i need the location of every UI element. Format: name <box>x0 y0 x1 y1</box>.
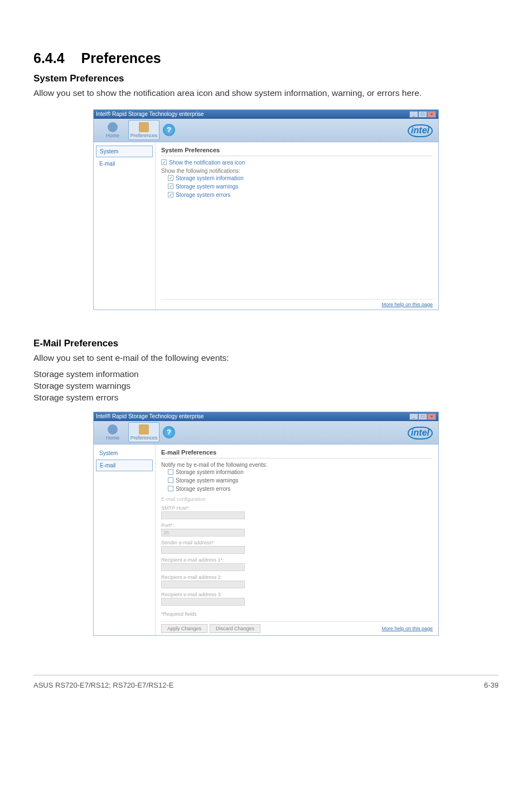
recipient3-input[interactable] <box>161 598 245 606</box>
toolbar: Home Preferences ? intel <box>94 119 438 142</box>
panel-title: System Preferences <box>161 147 433 156</box>
toolbar-preferences-button[interactable]: Preferences <box>128 422 159 442</box>
toolbar-home-button[interactable]: Home <box>97 422 128 442</box>
intel-logo: intel <box>408 124 433 137</box>
footer-buttons: Apply Changes Discard Changes <box>161 624 260 633</box>
email-event-err: Storage system errors <box>33 392 499 404</box>
recipient2-label: Recipient e-mail address 2: <box>161 574 433 580</box>
toolbar-help-button[interactable]: ? <box>159 422 178 442</box>
window-buttons: _ □ × <box>409 111 436 118</box>
screenshot-email-prefs: Intel® Rapid Storage Technology enterpri… <box>93 412 439 636</box>
window-title: Intel® Rapid Storage Technology enterpri… <box>96 413 204 419</box>
window-titlebar: Intel® Rapid Storage Technology enterpri… <box>94 110 438 119</box>
system-prefs-body: Allow you set to show the notification a… <box>33 88 499 99</box>
sidebar-item-system[interactable]: System <box>96 146 153 157</box>
checkbox-err-label: Storage system errors <box>176 192 230 198</box>
checkbox-email-err[interactable]: Storage system errors <box>168 486 433 492</box>
subhead-system-prefs: System Preferences <box>33 73 499 84</box>
help-icon: ? <box>163 124 175 136</box>
email-prefs-body: Allow you set to sent e-mail of the foll… <box>33 352 499 364</box>
preferences-icon <box>139 122 149 132</box>
checkbox-err[interactable]: ✓ Storage system errors <box>168 192 433 198</box>
email-event-warn: Storage system warnings <box>33 380 499 392</box>
maximize-button[interactable]: □ <box>418 413 427 420</box>
toolbar-home-label: Home <box>106 133 119 138</box>
recipient1-label: Recipient e-mail address 1*: <box>161 557 433 563</box>
port-input[interactable]: 25 <box>161 529 245 537</box>
main-panel: E-mail Preferences Notify me by e-mail o… <box>155 445 438 635</box>
close-button[interactable]: × <box>427 413 436 420</box>
more-help-link[interactable]: More help on this page <box>381 626 433 631</box>
window-title: Intel® Rapid Storage Technology enterpri… <box>96 111 204 117</box>
footer-right: 6-39 <box>484 681 499 689</box>
section-title: Preferences <box>81 50 161 66</box>
toolbar: Home Preferences ? intel <box>94 421 438 445</box>
toolbar-home-label: Home <box>106 435 119 441</box>
home-icon <box>108 424 118 434</box>
recipient1-input[interactable] <box>161 563 245 571</box>
checkbox-icon: ✓ <box>161 160 167 165</box>
checkbox-icon: ✓ <box>168 183 173 189</box>
checkbox-email-info[interactable]: Storage system information <box>168 469 433 475</box>
apply-button[interactable]: Apply Changes <box>161 624 207 633</box>
side-panel: System E-mail <box>94 142 155 310</box>
panel-footer: More help on this page <box>161 299 433 307</box>
more-help-link[interactable]: More help on this page <box>381 302 433 307</box>
required-note: *Required fields <box>161 611 433 617</box>
recipient3-label: Recipient e-mail address 3: <box>161 592 433 597</box>
checkbox-icon <box>168 469 173 475</box>
checkbox-email-warn[interactable]: Storage system warnings <box>168 477 433 484</box>
notify-line: Notify me by e-mail of the following eve… <box>161 462 433 468</box>
sidebar-item-email[interactable]: E-mail <box>96 460 153 471</box>
checkbox-icon: ✓ <box>168 175 173 181</box>
toolbar-preferences-label: Preferences <box>130 133 158 138</box>
checkbox-icon <box>168 477 173 483</box>
email-event-info: Storage system information <box>33 369 499 380</box>
checkbox-icon <box>168 486 173 491</box>
window-titlebar: Intel® Rapid Storage Technology enterpri… <box>94 412 438 421</box>
checkbox-show-icon[interactable]: ✓ Show the notification area icon <box>161 160 433 166</box>
port-label: Port*: <box>161 523 433 528</box>
intel-logo: intel <box>408 427 433 439</box>
smtp-label: SMTP Host*: <box>161 505 433 511</box>
help-icon: ? <box>163 426 175 438</box>
checkbox-info[interactable]: ✓ Storage system information <box>168 175 433 181</box>
checkbox-show-icon-label: Show the notification area icon <box>169 160 245 166</box>
close-button[interactable]: × <box>427 111 436 118</box>
panel-footer: Apply Changes Discard Changes More help … <box>161 621 433 633</box>
main-panel: System Preferences ✓ Show the notificati… <box>155 142 438 310</box>
toolbar-preferences-button[interactable]: Preferences <box>128 120 159 140</box>
content-area: System E-mail System Preferences ✓ Show … <box>94 142 438 310</box>
smtp-input[interactable] <box>161 511 245 519</box>
sender-input[interactable] <box>161 546 245 554</box>
sender-label: Sender e-mail address*: <box>161 540 433 545</box>
panel-title: E-mail Preferences <box>161 449 433 458</box>
discard-button[interactable]: Discard Changes <box>210 624 260 633</box>
side-panel: System E-mail <box>94 445 155 635</box>
checkbox-email-info-label: Storage system information <box>176 469 244 475</box>
checkbox-warn-label: Storage system warnings <box>176 183 238 190</box>
checkbox-icon: ✓ <box>168 192 173 197</box>
footer-left: ASUS RS720-E7/RS12; RS720-E7/RS12-E <box>33 681 173 689</box>
checkbox-info-label: Storage system information <box>176 175 244 181</box>
toolbar-home-button[interactable]: Home <box>97 120 128 140</box>
maximize-button[interactable]: □ <box>418 111 427 118</box>
checkbox-warn[interactable]: ✓ Storage system warnings <box>168 183 433 190</box>
checkbox-email-err-label: Storage system errors <box>176 486 230 492</box>
sidebar-item-system[interactable]: System <box>96 448 153 458</box>
minimize-button[interactable]: _ <box>409 111 418 118</box>
content-area: System E-mail E-mail Preferences Notify … <box>94 445 438 635</box>
email-config-label: E-mail configuration <box>161 496 433 502</box>
subhead-email-prefs: E-Mail Preferences <box>33 338 499 349</box>
show-following-label: Show the following notifications: <box>161 168 433 174</box>
window-buttons: _ □ × <box>409 413 436 420</box>
toolbar-help-button[interactable]: ? <box>159 120 178 140</box>
sidebar-item-email[interactable]: E-mail <box>96 158 153 169</box>
screenshot-system-prefs: Intel® Rapid Storage Technology enterpri… <box>93 109 439 310</box>
preferences-icon <box>139 424 149 434</box>
home-icon <box>108 122 118 132</box>
minimize-button[interactable]: _ <box>409 413 418 420</box>
checkbox-email-warn-label: Storage system warnings <box>176 477 238 484</box>
recipient2-input[interactable] <box>161 581 245 588</box>
toolbar-preferences-label: Preferences <box>130 435 158 441</box>
